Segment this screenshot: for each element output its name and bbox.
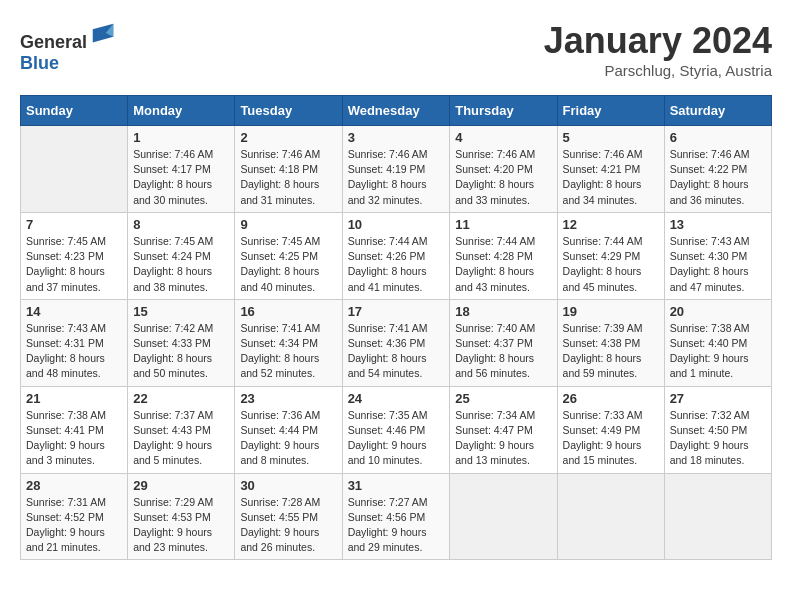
logo: General Blue (20, 20, 117, 74)
day-cell (664, 473, 771, 560)
day-number: 27 (670, 391, 766, 406)
day-cell: 7Sunrise: 7:45 AMSunset: 4:23 PMDaylight… (21, 212, 128, 299)
day-number: 29 (133, 478, 229, 493)
day-info: Sunrise: 7:45 AMSunset: 4:24 PMDaylight:… (133, 234, 229, 295)
day-info: Sunrise: 7:43 AMSunset: 4:30 PMDaylight:… (670, 234, 766, 295)
day-info: Sunrise: 7:46 AMSunset: 4:20 PMDaylight:… (455, 147, 551, 208)
day-number: 31 (348, 478, 445, 493)
week-row-4: 21Sunrise: 7:38 AMSunset: 4:41 PMDayligh… (21, 386, 772, 473)
week-row-3: 14Sunrise: 7:43 AMSunset: 4:31 PMDayligh… (21, 299, 772, 386)
day-cell: 24Sunrise: 7:35 AMSunset: 4:46 PMDayligh… (342, 386, 450, 473)
calendar-subtitle: Parschlug, Styria, Austria (544, 62, 772, 79)
header-row: SundayMondayTuesdayWednesdayThursdayFrid… (21, 96, 772, 126)
day-cell: 6Sunrise: 7:46 AMSunset: 4:22 PMDaylight… (664, 126, 771, 213)
header-day-wednesday: Wednesday (342, 96, 450, 126)
week-row-2: 7Sunrise: 7:45 AMSunset: 4:23 PMDaylight… (21, 212, 772, 299)
day-cell (21, 126, 128, 213)
day-number: 26 (563, 391, 659, 406)
day-info: Sunrise: 7:38 AMSunset: 4:40 PMDaylight:… (670, 321, 766, 382)
day-info: Sunrise: 7:29 AMSunset: 4:53 PMDaylight:… (133, 495, 229, 556)
day-info: Sunrise: 7:45 AMSunset: 4:23 PMDaylight:… (26, 234, 122, 295)
header-day-friday: Friday (557, 96, 664, 126)
day-info: Sunrise: 7:34 AMSunset: 4:47 PMDaylight:… (455, 408, 551, 469)
day-cell: 27Sunrise: 7:32 AMSunset: 4:50 PMDayligh… (664, 386, 771, 473)
day-cell: 15Sunrise: 7:42 AMSunset: 4:33 PMDayligh… (128, 299, 235, 386)
day-info: Sunrise: 7:46 AMSunset: 4:17 PMDaylight:… (133, 147, 229, 208)
day-number: 20 (670, 304, 766, 319)
day-cell: 14Sunrise: 7:43 AMSunset: 4:31 PMDayligh… (21, 299, 128, 386)
day-number: 2 (240, 130, 336, 145)
day-info: Sunrise: 7:44 AMSunset: 4:26 PMDaylight:… (348, 234, 445, 295)
day-number: 13 (670, 217, 766, 232)
day-number: 18 (455, 304, 551, 319)
day-number: 14 (26, 304, 122, 319)
day-info: Sunrise: 7:41 AMSunset: 4:36 PMDaylight:… (348, 321, 445, 382)
day-cell: 20Sunrise: 7:38 AMSunset: 4:40 PMDayligh… (664, 299, 771, 386)
day-cell: 30Sunrise: 7:28 AMSunset: 4:55 PMDayligh… (235, 473, 342, 560)
day-cell: 10Sunrise: 7:44 AMSunset: 4:26 PMDayligh… (342, 212, 450, 299)
day-info: Sunrise: 7:44 AMSunset: 4:29 PMDaylight:… (563, 234, 659, 295)
header: General Blue January 2024 Parschlug, Sty… (20, 20, 772, 79)
header-day-sunday: Sunday (21, 96, 128, 126)
day-info: Sunrise: 7:43 AMSunset: 4:31 PMDaylight:… (26, 321, 122, 382)
day-info: Sunrise: 7:39 AMSunset: 4:38 PMDaylight:… (563, 321, 659, 382)
day-number: 8 (133, 217, 229, 232)
week-row-1: 1Sunrise: 7:46 AMSunset: 4:17 PMDaylight… (21, 126, 772, 213)
header-day-monday: Monday (128, 96, 235, 126)
day-info: Sunrise: 7:28 AMSunset: 4:55 PMDaylight:… (240, 495, 336, 556)
day-info: Sunrise: 7:44 AMSunset: 4:28 PMDaylight:… (455, 234, 551, 295)
day-info: Sunrise: 7:27 AMSunset: 4:56 PMDaylight:… (348, 495, 445, 556)
day-number: 16 (240, 304, 336, 319)
day-number: 19 (563, 304, 659, 319)
day-number: 11 (455, 217, 551, 232)
day-info: Sunrise: 7:38 AMSunset: 4:41 PMDaylight:… (26, 408, 122, 469)
day-number: 12 (563, 217, 659, 232)
day-cell: 17Sunrise: 7:41 AMSunset: 4:36 PMDayligh… (342, 299, 450, 386)
day-info: Sunrise: 7:36 AMSunset: 4:44 PMDaylight:… (240, 408, 336, 469)
calendar-title: January 2024 (544, 20, 772, 62)
day-number: 15 (133, 304, 229, 319)
day-cell: 12Sunrise: 7:44 AMSunset: 4:29 PMDayligh… (557, 212, 664, 299)
day-cell: 18Sunrise: 7:40 AMSunset: 4:37 PMDayligh… (450, 299, 557, 386)
day-number: 1 (133, 130, 229, 145)
day-info: Sunrise: 7:37 AMSunset: 4:43 PMDaylight:… (133, 408, 229, 469)
day-cell: 11Sunrise: 7:44 AMSunset: 4:28 PMDayligh… (450, 212, 557, 299)
day-info: Sunrise: 7:40 AMSunset: 4:37 PMDaylight:… (455, 321, 551, 382)
day-number: 3 (348, 130, 445, 145)
day-number: 10 (348, 217, 445, 232)
header-day-thursday: Thursday (450, 96, 557, 126)
header-day-saturday: Saturday (664, 96, 771, 126)
day-cell: 3Sunrise: 7:46 AMSunset: 4:19 PMDaylight… (342, 126, 450, 213)
day-number: 21 (26, 391, 122, 406)
day-number: 6 (670, 130, 766, 145)
logo-general: General (20, 32, 87, 52)
logo-text: General Blue (20, 20, 117, 74)
day-cell (450, 473, 557, 560)
day-cell: 2Sunrise: 7:46 AMSunset: 4:18 PMDaylight… (235, 126, 342, 213)
day-info: Sunrise: 7:31 AMSunset: 4:52 PMDaylight:… (26, 495, 122, 556)
day-number: 22 (133, 391, 229, 406)
day-info: Sunrise: 7:41 AMSunset: 4:34 PMDaylight:… (240, 321, 336, 382)
day-number: 7 (26, 217, 122, 232)
day-cell: 29Sunrise: 7:29 AMSunset: 4:53 PMDayligh… (128, 473, 235, 560)
day-number: 9 (240, 217, 336, 232)
day-cell: 31Sunrise: 7:27 AMSunset: 4:56 PMDayligh… (342, 473, 450, 560)
day-cell: 4Sunrise: 7:46 AMSunset: 4:20 PMDaylight… (450, 126, 557, 213)
day-info: Sunrise: 7:46 AMSunset: 4:19 PMDaylight:… (348, 147, 445, 208)
day-info: Sunrise: 7:45 AMSunset: 4:25 PMDaylight:… (240, 234, 336, 295)
logo-blue: Blue (20, 53, 59, 73)
day-cell: 23Sunrise: 7:36 AMSunset: 4:44 PMDayligh… (235, 386, 342, 473)
day-cell: 22Sunrise: 7:37 AMSunset: 4:43 PMDayligh… (128, 386, 235, 473)
header-day-tuesday: Tuesday (235, 96, 342, 126)
day-number: 5 (563, 130, 659, 145)
week-row-5: 28Sunrise: 7:31 AMSunset: 4:52 PMDayligh… (21, 473, 772, 560)
day-cell (557, 473, 664, 560)
day-info: Sunrise: 7:46 AMSunset: 4:21 PMDaylight:… (563, 147, 659, 208)
day-number: 4 (455, 130, 551, 145)
day-number: 30 (240, 478, 336, 493)
day-info: Sunrise: 7:33 AMSunset: 4:49 PMDaylight:… (563, 408, 659, 469)
day-cell: 26Sunrise: 7:33 AMSunset: 4:49 PMDayligh… (557, 386, 664, 473)
day-cell: 8Sunrise: 7:45 AMSunset: 4:24 PMDaylight… (128, 212, 235, 299)
day-info: Sunrise: 7:32 AMSunset: 4:50 PMDaylight:… (670, 408, 766, 469)
day-number: 24 (348, 391, 445, 406)
